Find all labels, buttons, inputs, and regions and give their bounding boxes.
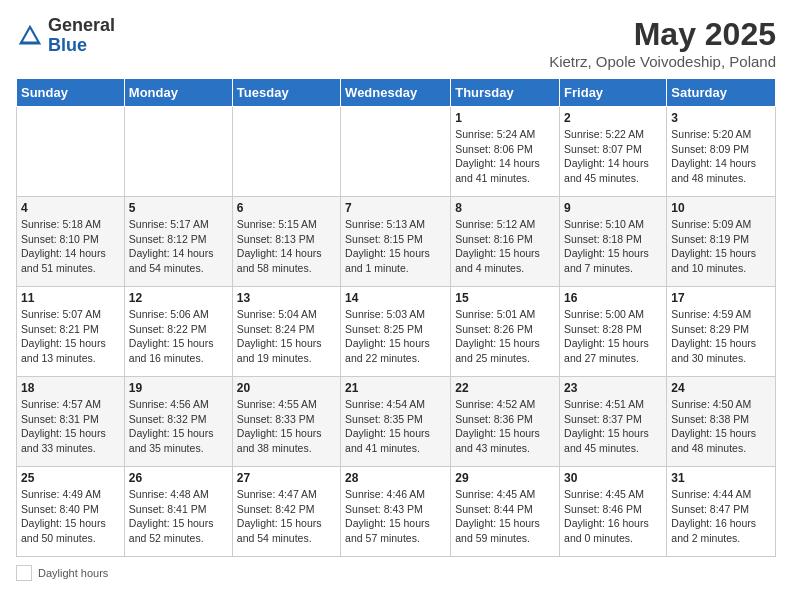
day-number: 15 xyxy=(455,291,555,305)
calendar-cell: 29Sunrise: 4:45 AM Sunset: 8:44 PM Dayli… xyxy=(451,467,560,557)
logo: General Blue xyxy=(16,16,115,56)
day-info: Sunrise: 4:52 AM Sunset: 8:36 PM Dayligh… xyxy=(455,397,555,456)
calendar-cell: 4Sunrise: 5:18 AM Sunset: 8:10 PM Daylig… xyxy=(17,197,125,287)
day-number: 31 xyxy=(671,471,771,485)
logo-blue: Blue xyxy=(48,36,115,56)
day-info: Sunrise: 4:55 AM Sunset: 8:33 PM Dayligh… xyxy=(237,397,336,456)
day-number: 25 xyxy=(21,471,120,485)
day-number: 14 xyxy=(345,291,446,305)
day-number: 30 xyxy=(564,471,662,485)
daylight-label: Daylight hours xyxy=(38,567,108,579)
day-info: Sunrise: 4:45 AM Sunset: 8:44 PM Dayligh… xyxy=(455,487,555,546)
calendar-cell xyxy=(341,107,451,197)
calendar-cell: 8Sunrise: 5:12 AM Sunset: 8:16 PM Daylig… xyxy=(451,197,560,287)
day-info: Sunrise: 5:09 AM Sunset: 8:19 PM Dayligh… xyxy=(671,217,771,276)
day-number: 23 xyxy=(564,381,662,395)
day-number: 7 xyxy=(345,201,446,215)
calendar-cell: 18Sunrise: 4:57 AM Sunset: 8:31 PM Dayli… xyxy=(17,377,125,467)
day-info: Sunrise: 4:45 AM Sunset: 8:46 PM Dayligh… xyxy=(564,487,662,546)
day-info: Sunrise: 5:13 AM Sunset: 8:15 PM Dayligh… xyxy=(345,217,446,276)
day-number: 18 xyxy=(21,381,120,395)
day-number: 21 xyxy=(345,381,446,395)
title-block: May 2025 Kietrz, Opole Voivodeship, Pola… xyxy=(549,16,776,70)
day-number: 2 xyxy=(564,111,662,125)
day-info: Sunrise: 5:00 AM Sunset: 8:28 PM Dayligh… xyxy=(564,307,662,366)
day-info: Sunrise: 4:44 AM Sunset: 8:47 PM Dayligh… xyxy=(671,487,771,546)
day-info: Sunrise: 4:47 AM Sunset: 8:42 PM Dayligh… xyxy=(237,487,336,546)
calendar-cell: 22Sunrise: 4:52 AM Sunset: 8:36 PM Dayli… xyxy=(451,377,560,467)
day-number: 19 xyxy=(129,381,228,395)
day-info: Sunrise: 5:12 AM Sunset: 8:16 PM Dayligh… xyxy=(455,217,555,276)
calendar-cell: 15Sunrise: 5:01 AM Sunset: 8:26 PM Dayli… xyxy=(451,287,560,377)
day-info: Sunrise: 5:17 AM Sunset: 8:12 PM Dayligh… xyxy=(129,217,228,276)
calendar-cell: 7Sunrise: 5:13 AM Sunset: 8:15 PM Daylig… xyxy=(341,197,451,287)
calendar-cell: 9Sunrise: 5:10 AM Sunset: 8:18 PM Daylig… xyxy=(560,197,667,287)
calendar-cell: 30Sunrise: 4:45 AM Sunset: 8:46 PM Dayli… xyxy=(560,467,667,557)
day-number: 16 xyxy=(564,291,662,305)
day-info: Sunrise: 5:10 AM Sunset: 8:18 PM Dayligh… xyxy=(564,217,662,276)
calendar-cell: 20Sunrise: 4:55 AM Sunset: 8:33 PM Dayli… xyxy=(232,377,340,467)
calendar-week-row: 11Sunrise: 5:07 AM Sunset: 8:21 PM Dayli… xyxy=(17,287,776,377)
day-number: 8 xyxy=(455,201,555,215)
day-info: Sunrise: 4:54 AM Sunset: 8:35 PM Dayligh… xyxy=(345,397,446,456)
calendar-cell: 16Sunrise: 5:00 AM Sunset: 8:28 PM Dayli… xyxy=(560,287,667,377)
calendar-week-row: 25Sunrise: 4:49 AM Sunset: 8:40 PM Dayli… xyxy=(17,467,776,557)
calendar-cell: 17Sunrise: 4:59 AM Sunset: 8:29 PM Dayli… xyxy=(667,287,776,377)
calendar-cell: 14Sunrise: 5:03 AM Sunset: 8:25 PM Dayli… xyxy=(341,287,451,377)
logo-icon xyxy=(16,22,44,50)
calendar-week-row: 4Sunrise: 5:18 AM Sunset: 8:10 PM Daylig… xyxy=(17,197,776,287)
day-info: Sunrise: 4:51 AM Sunset: 8:37 PM Dayligh… xyxy=(564,397,662,456)
day-number: 1 xyxy=(455,111,555,125)
calendar-cell: 26Sunrise: 4:48 AM Sunset: 8:41 PM Dayli… xyxy=(124,467,232,557)
day-info: Sunrise: 4:46 AM Sunset: 8:43 PM Dayligh… xyxy=(345,487,446,546)
subtitle: Kietrz, Opole Voivodeship, Poland xyxy=(549,53,776,70)
day-number: 29 xyxy=(455,471,555,485)
logo-general: General xyxy=(48,16,115,36)
calendar-cell: 11Sunrise: 5:07 AM Sunset: 8:21 PM Dayli… xyxy=(17,287,125,377)
calendar-cell: 2Sunrise: 5:22 AM Sunset: 8:07 PM Daylig… xyxy=(560,107,667,197)
day-info: Sunrise: 5:06 AM Sunset: 8:22 PM Dayligh… xyxy=(129,307,228,366)
calendar-header-friday: Friday xyxy=(560,79,667,107)
calendar-cell: 31Sunrise: 4:44 AM Sunset: 8:47 PM Dayli… xyxy=(667,467,776,557)
day-number: 20 xyxy=(237,381,336,395)
main-title: May 2025 xyxy=(549,16,776,53)
day-info: Sunrise: 4:50 AM Sunset: 8:38 PM Dayligh… xyxy=(671,397,771,456)
day-info: Sunrise: 4:49 AM Sunset: 8:40 PM Dayligh… xyxy=(21,487,120,546)
day-info: Sunrise: 4:56 AM Sunset: 8:32 PM Dayligh… xyxy=(129,397,228,456)
calendar-header-row: SundayMondayTuesdayWednesdayThursdayFrid… xyxy=(17,79,776,107)
day-info: Sunrise: 5:20 AM Sunset: 8:09 PM Dayligh… xyxy=(671,127,771,186)
calendar-header-tuesday: Tuesday xyxy=(232,79,340,107)
calendar-header-thursday: Thursday xyxy=(451,79,560,107)
day-info: Sunrise: 5:07 AM Sunset: 8:21 PM Dayligh… xyxy=(21,307,120,366)
calendar-cell: 6Sunrise: 5:15 AM Sunset: 8:13 PM Daylig… xyxy=(232,197,340,287)
day-info: Sunrise: 4:48 AM Sunset: 8:41 PM Dayligh… xyxy=(129,487,228,546)
day-number: 12 xyxy=(129,291,228,305)
day-number: 3 xyxy=(671,111,771,125)
day-number: 17 xyxy=(671,291,771,305)
logo-text: General Blue xyxy=(48,16,115,56)
day-number: 11 xyxy=(21,291,120,305)
day-number: 6 xyxy=(237,201,336,215)
day-number: 22 xyxy=(455,381,555,395)
calendar-cell: 21Sunrise: 4:54 AM Sunset: 8:35 PM Dayli… xyxy=(341,377,451,467)
day-number: 27 xyxy=(237,471,336,485)
day-info: Sunrise: 5:01 AM Sunset: 8:26 PM Dayligh… xyxy=(455,307,555,366)
calendar-cell: 19Sunrise: 4:56 AM Sunset: 8:32 PM Dayli… xyxy=(124,377,232,467)
day-info: Sunrise: 5:15 AM Sunset: 8:13 PM Dayligh… xyxy=(237,217,336,276)
calendar-header-monday: Monday xyxy=(124,79,232,107)
calendar-cell: 24Sunrise: 4:50 AM Sunset: 8:38 PM Dayli… xyxy=(667,377,776,467)
calendar-cell: 25Sunrise: 4:49 AM Sunset: 8:40 PM Dayli… xyxy=(17,467,125,557)
day-info: Sunrise: 4:59 AM Sunset: 8:29 PM Dayligh… xyxy=(671,307,771,366)
calendar-cell: 13Sunrise: 5:04 AM Sunset: 8:24 PM Dayli… xyxy=(232,287,340,377)
day-number: 4 xyxy=(21,201,120,215)
calendar-cell: 28Sunrise: 4:46 AM Sunset: 8:43 PM Dayli… xyxy=(341,467,451,557)
calendar-header-sunday: Sunday xyxy=(17,79,125,107)
calendar-table: SundayMondayTuesdayWednesdayThursdayFrid… xyxy=(16,78,776,557)
day-info: Sunrise: 5:24 AM Sunset: 8:06 PM Dayligh… xyxy=(455,127,555,186)
calendar-cell: 10Sunrise: 5:09 AM Sunset: 8:19 PM Dayli… xyxy=(667,197,776,287)
day-info: Sunrise: 5:18 AM Sunset: 8:10 PM Dayligh… xyxy=(21,217,120,276)
calendar-header-saturday: Saturday xyxy=(667,79,776,107)
day-number: 9 xyxy=(564,201,662,215)
calendar-week-row: 18Sunrise: 4:57 AM Sunset: 8:31 PM Dayli… xyxy=(17,377,776,467)
day-number: 28 xyxy=(345,471,446,485)
